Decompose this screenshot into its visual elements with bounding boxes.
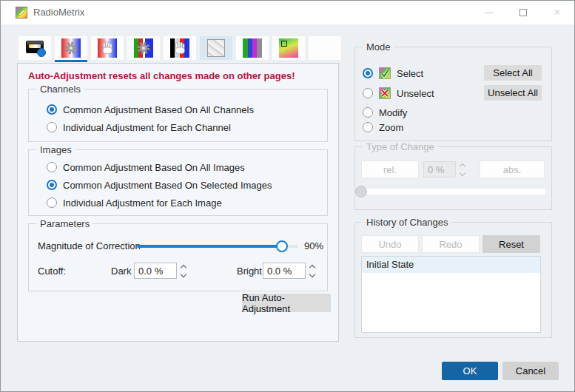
history-list-item[interactable]: Initial State [362,257,540,273]
magnitude-slider[interactable] [137,240,298,252]
spinner-up-icon[interactable] [181,264,186,270]
radio-label: Common Adjustment Based On Selected Imag… [63,180,272,191]
dark-label: Dark [111,266,131,277]
history-group: History of Changes Undo Redo Reset Initi… [354,222,552,338]
radiometrix-dialog: RadioMetrix × [0,0,575,392]
parameters-group: Parameters Magnitude of Correction 90% C… [28,223,328,291]
tab-film-view[interactable] [19,36,51,60]
window-controls: × [472,1,574,24]
undo-button: Undo [361,235,419,253]
gear-red-blue-icon [61,38,81,58]
images-group: Images Common Adjustment Based On All Im… [28,149,328,216]
radio-indicator [363,68,373,78]
images-legend: Images [36,144,75,155]
absolute-change-button: abs. [480,160,545,178]
radio-label: Individual Adjustment for Each Channel [63,122,231,133]
radio-label: Common Adjustment Based On All Channels [63,104,254,115]
relative-change-button: rel. [361,160,419,178]
change-value-input: 0 % [423,161,456,178]
radio-label: Modify [379,107,407,118]
run-auto-adjustment-button[interactable]: Run Auto-Adjustment [242,294,331,312]
unselect-x-icon [379,87,391,99]
tab-gradient-field[interactable] [272,36,305,60]
radio-label: Select [397,68,423,79]
magnitude-label: Magnitude of Correction [38,240,141,251]
tab-auto-adjustment[interactable] [55,36,87,60]
cancel-button[interactable]: Cancel [502,362,559,380]
slider-thumb [355,186,367,197]
radio-label: Zoom [379,122,403,133]
spinner-down-icon [460,169,465,175]
bright-cutoff-spinbox: 0.0 % [263,263,319,279]
tab-manual-stripes[interactable] [164,36,196,60]
radio-indicator [47,180,57,190]
radio-common-all-channels[interactable]: Common Adjustment Based On All Channels [47,103,254,116]
spinner-up-icon[interactable] [309,264,315,270]
radio-common-selected-images[interactable]: Common Adjustment Based On Selected Imag… [47,178,272,192]
minimize-button[interactable] [472,1,506,24]
radio-mode-zoom[interactable]: Zoom [363,121,403,134]
spinner-down-icon[interactable] [181,271,186,277]
radio-mode-unselect[interactable]: Unselect [363,87,434,100]
dark-cutoff-input[interactable]: 0.0 % [134,263,177,279]
radio-indicator [47,122,57,132]
warning-text: Auto-Adjustment resets all changes made … [28,70,295,81]
radio-mode-select[interactable]: Select [363,67,423,80]
mode-legend: Mode [363,41,394,53]
radio-common-all-images[interactable]: Common Adjustment Based On All Images [47,160,245,174]
radio-label: Unselect [397,88,434,99]
magnitude-value: 90% [304,240,323,251]
radio-individual-image[interactable]: Individual Adjustment for Each Image [47,196,222,209]
magnitude-slider-fill [137,245,282,248]
tab-color-curve[interactable] [309,36,341,60]
radio-mode-modify[interactable]: Modify [363,106,407,119]
bright-cutoff-input[interactable]: 0.0 % [263,263,306,279]
select-check-icon [379,67,391,79]
tab-color-bars[interactable] [236,36,269,60]
maximize-button[interactable] [506,1,540,24]
gradient-field-icon [279,38,298,58]
tab-strip [19,36,341,60]
auto-adjustment-page: Auto-Adjustment resets all changes made … [17,63,339,342]
select-all-button[interactable]: Select All [484,65,542,81]
close-button[interactable]: × [540,1,574,24]
texture-image-icon [206,38,226,58]
gear-color-stripes-icon [134,38,153,58]
change-value-spinbox: 0 % [423,161,469,178]
dark-cutoff-arrows [177,263,190,279]
channels-group: Channels Common Adjustment Based On All … [28,89,328,142]
radio-indicator [363,88,373,98]
radio-indicator [363,107,373,118]
tab-manual-red-blue[interactable] [91,36,124,60]
ok-button[interactable]: OK [442,362,498,380]
app-icon [16,7,27,18]
slider-thumb[interactable] [276,240,288,252]
type-of-change-group: Type of Change rel. 0 % abs. [354,146,552,210]
channels-legend: Channels [36,84,84,95]
window-title: RadioMetrix [33,1,84,24]
color-curve-icon [315,38,334,58]
hand-gray-stripes-icon [170,38,189,58]
dark-cutoff-spinbox: 0.0 % [134,263,190,279]
radio-individual-channel[interactable]: Individual Adjustment for Each Channel [47,121,231,134]
history-list[interactable]: Initial State [361,256,541,333]
tab-auto-stripes[interactable] [127,36,160,60]
reset-button[interactable]: Reset [482,235,540,253]
type-of-change-legend: Type of Change [363,141,438,152]
close-icon: × [554,7,560,18]
title-bar: RadioMetrix × [1,1,574,24]
parameters-legend: Parameters [36,218,93,229]
unselect-all-button[interactable]: Unselect All [484,85,542,101]
slider-track [361,189,546,195]
film-view-icon [25,38,44,58]
spinner-down-icon[interactable] [309,271,315,277]
mode-group: Mode Select Unselect Modify [354,47,552,141]
cutoff-label: Cutoff: [38,266,66,277]
color-bars-icon [243,38,262,58]
hand-red-blue-icon [98,38,117,58]
bright-cutoff-arrows [306,263,319,279]
tab-texture[interactable] [200,36,232,60]
minimize-icon [485,13,494,13]
change-value-arrows [456,161,469,178]
radio-indicator [363,122,373,132]
